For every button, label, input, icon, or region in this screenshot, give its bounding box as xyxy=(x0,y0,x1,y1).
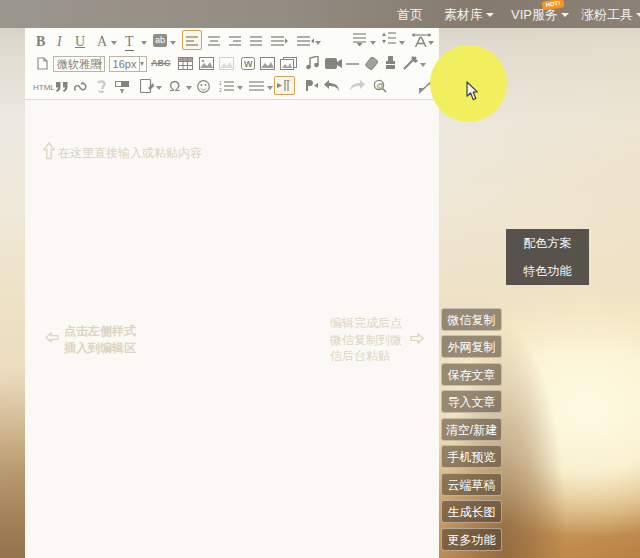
svg-text:1: 1 xyxy=(219,80,222,86)
svg-text:W: W xyxy=(244,59,253,69)
svg-text:2: 2 xyxy=(219,87,222,92)
svg-text:@: @ xyxy=(376,81,384,90)
